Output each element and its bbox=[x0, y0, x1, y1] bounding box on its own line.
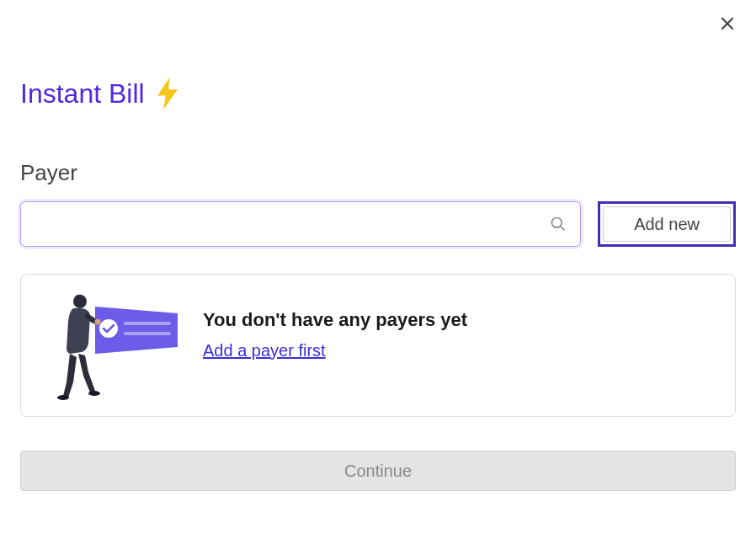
empty-state-title: You don't have any payers yet bbox=[203, 309, 467, 331]
payer-search-wrapper bbox=[20, 201, 581, 247]
empty-state-illustration bbox=[45, 291, 179, 401]
svg-rect-5 bbox=[124, 322, 171, 325]
svg-point-9 bbox=[57, 395, 69, 400]
add-new-button[interactable]: Add new bbox=[603, 206, 731, 242]
close-icon bbox=[719, 15, 736, 35]
payer-search-row: Add new bbox=[20, 201, 736, 247]
add-payer-link[interactable]: Add a payer first bbox=[203, 341, 467, 360]
payer-label: Payer bbox=[20, 160, 736, 186]
empty-state-card: You don't have any payers yet Add a paye… bbox=[20, 274, 736, 417]
close-button[interactable] bbox=[716, 13, 739, 37]
svg-point-10 bbox=[88, 391, 100, 396]
svg-line-3 bbox=[561, 227, 565, 231]
svg-point-8 bbox=[95, 319, 101, 325]
lightning-icon bbox=[155, 77, 180, 109]
continue-button[interactable]: Continue bbox=[20, 451, 736, 491]
empty-state-text: You don't have any payers yet Add a paye… bbox=[203, 309, 467, 360]
page-title-text: Instant Bill bbox=[20, 78, 145, 109]
page-title: Instant Bill bbox=[20, 77, 736, 109]
payer-search-input[interactable] bbox=[35, 216, 540, 233]
svg-point-4 bbox=[99, 319, 118, 338]
svg-point-2 bbox=[552, 218, 562, 228]
search-icon bbox=[550, 216, 567, 232]
add-new-highlight: Add new bbox=[598, 201, 736, 247]
svg-rect-6 bbox=[124, 332, 171, 335]
